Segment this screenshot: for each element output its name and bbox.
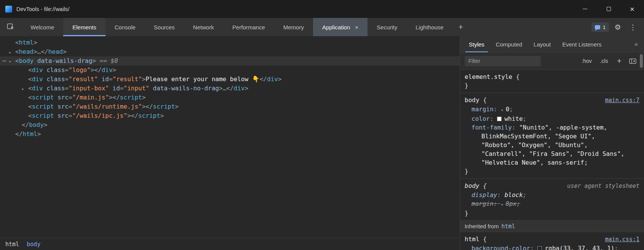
css-property-value: BlinkMacSystemFont, "Segoe UI",: [481, 133, 595, 140]
css-declaration[interactable]: "Helvetica Neue", sans-serif;: [460, 158, 644, 167]
scrollbar-thumb[interactable]: [640, 54, 643, 68]
sidebar-tab-styles[interactable]: Styles: [463, 36, 490, 52]
new-style-rule-button[interactable]: +: [612, 56, 626, 66]
element-classes-button[interactable]: .cls: [596, 58, 612, 64]
styles-filter-input[interactable]: [465, 56, 541, 66]
inherited-node-link[interactable]: html: [501, 223, 515, 230]
tab-lighthouse[interactable]: Lighthouse: [406, 18, 452, 36]
dom-tree-node[interactable]: <script src="/wails/runtime.js"></script…: [0, 102, 460, 111]
tab-performance[interactable]: Performance: [223, 18, 274, 36]
dom-tree-node[interactable]: </html>: [0, 130, 460, 139]
text-content: Please enter your name below: [145, 75, 252, 83]
punctuation: …: [37, 48, 41, 55]
expand-arrow-icon[interactable]: ▸: [9, 48, 15, 57]
tab-memory[interactable]: Memory: [274, 18, 313, 36]
attribute-name: data-wails-no-drag: [153, 85, 219, 92]
dom-tree-node[interactable]: ▸<div class="input-box" id="input" data-…: [0, 84, 460, 93]
settings-button[interactable]: ⚙: [611, 21, 624, 34]
rule-selector: element.style: [465, 72, 512, 81]
tag-name: html: [19, 39, 34, 46]
css-declaration[interactable]: "Cantarell", "Fira Sans", "Droid Sans",: [460, 149, 644, 158]
punctuation: <: [15, 57, 19, 64]
dom-tree-node[interactable]: </body>: [0, 120, 460, 130]
css-declaration[interactable]: display: block;: [460, 191, 644, 199]
attribute-name: class: [46, 85, 65, 92]
dom-tree-node[interactable]: <html>: [0, 38, 460, 47]
css-declaration[interactable]: margin: ▸0;: [460, 105, 644, 114]
more-tabs-icon[interactable]: »: [628, 40, 644, 48]
dom-tree-node[interactable]: <script src="/main.js"></script>: [0, 93, 460, 102]
tab-label: Sources: [154, 24, 175, 30]
rule-selector-line[interactable]: html {main.css:1: [460, 235, 644, 244]
stylesheet-source-link[interactable]: main.css:1: [605, 235, 639, 244]
add-tab-button[interactable]: +: [453, 18, 469, 36]
toggle-element-state-button[interactable]: :hov: [577, 58, 596, 64]
color-swatch[interactable]: [497, 117, 502, 121]
punctuation: >: [160, 112, 164, 119]
tag-name: div: [32, 85, 43, 92]
tab-label: Network: [193, 24, 214, 30]
expand-shorthand-icon[interactable]: ▸: [501, 106, 504, 114]
rule-selector-line[interactable]: element.style {: [460, 72, 644, 81]
selected-node-hint: == $0: [96, 57, 118, 64]
css-declaration[interactable]: color: white;: [460, 114, 644, 123]
tab-network[interactable]: Network: [184, 18, 223, 36]
dom-tree-node[interactable]: ▸<head>…</head>: [0, 47, 460, 56]
sidebar-tab-event-listeners[interactable]: Event Listeners: [556, 36, 607, 52]
toggle-sidebar-pane-button[interactable]: [626, 58, 639, 64]
sidebar-tab-computed[interactable]: Computed: [490, 36, 528, 52]
dom-tree-node[interactable]: <script src="/wails/ipc.js"></script>: [0, 111, 460, 120]
styles-pane-content: element.style {}body {main.css:7margin: …: [460, 70, 644, 250]
main-menu-button[interactable]: ⋮: [626, 21, 639, 34]
css-property-value: rgba(33, 37, 43, 1): [545, 245, 614, 250]
dom-tree-node[interactable]: <div class="result" id="result">Please e…: [0, 75, 460, 84]
breadcrumb-bar: htmlbody: [0, 238, 460, 250]
attribute-name: src: [58, 103, 69, 110]
tab-elements[interactable]: Elements: [63, 18, 105, 36]
titlebar[interactable]: DevTools - file://wails/ ×: [0, 0, 644, 18]
expand-shorthand-icon[interactable]: ▸: [501, 200, 504, 209]
css-declaration[interactable]: "Roboto", "Oxygen", "Ubuntu",: [460, 141, 644, 149]
messages-badge[interactable]: 1: [591, 22, 609, 32]
tag-name: body: [19, 57, 34, 64]
css-punctuation: ;: [517, 200, 521, 207]
css-punctuation: :: [494, 106, 501, 113]
minimize-button[interactable]: [573, 0, 597, 18]
css-declaration[interactable]: margin: ▸8px;: [460, 199, 644, 209]
tab-application[interactable]: Application×: [313, 18, 368, 36]
color-swatch[interactable]: [537, 246, 542, 250]
dom-tree-node[interactable]: <div class="logo"></div>: [0, 66, 460, 75]
collapse-arrow-icon[interactable]: ▾: [9, 57, 15, 66]
breadcrumb-item-html[interactable]: html: [2, 240, 22, 248]
tab-console[interactable]: Console: [105, 18, 145, 36]
css-declaration[interactable]: font-family: "Nunito", -apple-system,: [460, 123, 644, 132]
close-tab-icon[interactable]: ×: [355, 24, 358, 30]
tab-welcome[interactable]: Welcome: [21, 18, 63, 36]
style-rule-html: html {main.css:1background-color: rgba(3…: [460, 232, 644, 250]
expand-arrow-icon[interactable]: ▸: [22, 85, 28, 94]
rule-selector-line[interactable]: body {user agent stylesheet: [460, 181, 644, 191]
rule-closing-brace: }: [460, 209, 644, 218]
sidebar-tab-layout[interactable]: Layout: [528, 36, 556, 52]
css-declaration[interactable]: background-color: rgba(33, 37, 43, 1);: [460, 244, 644, 250]
punctuation: =: [120, 85, 124, 92]
punctuation: </: [22, 121, 29, 128]
css-declaration[interactable]: BlinkMacSystemFont, "Segoe UI",: [460, 132, 644, 141]
stylesheet-source-link[interactable]: main.css:7: [605, 96, 639, 105]
punctuation: [54, 103, 58, 110]
tab-sources[interactable]: Sources: [145, 18, 184, 36]
dom-tree-node[interactable]: ⋯▾<body data-wails-drag> == $0: [0, 56, 460, 66]
tag-name: script: [32, 112, 54, 119]
punctuation: >: [127, 112, 131, 119]
maximize-button[interactable]: [597, 0, 620, 18]
node-overflow-menu-icon[interactable]: ⋯: [2, 56, 6, 66]
tab-security[interactable]: Security: [368, 18, 406, 36]
rule-selector-line[interactable]: body {main.css:7: [460, 96, 644, 105]
styles-scrollbar[interactable]: [639, 53, 643, 250]
user-agent-stylesheet-note: user agent stylesheet: [567, 182, 639, 191]
breadcrumb-item-body[interactable]: body: [24, 240, 43, 248]
attribute-value: "/wails/runtime.js": [72, 103, 142, 110]
inspect-element-button[interactable]: [0, 18, 21, 36]
punctuation: </: [260, 75, 267, 83]
close-button[interactable]: ×: [620, 0, 644, 18]
